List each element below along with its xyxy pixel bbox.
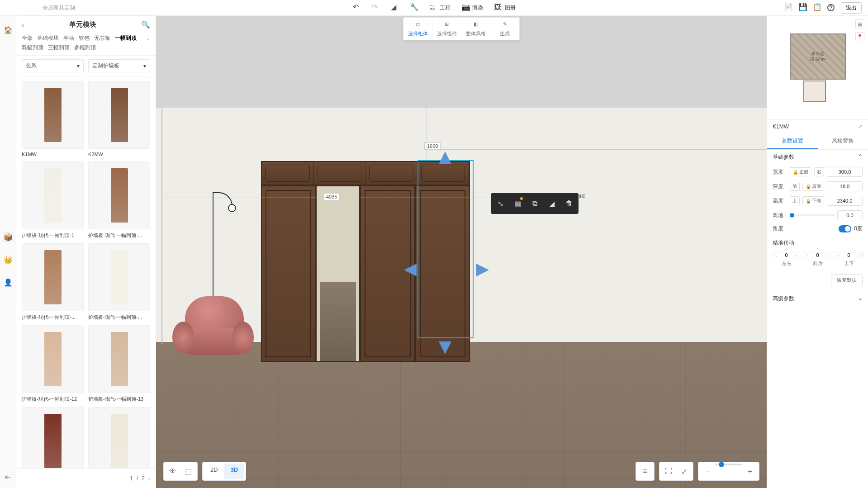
- width-lock-right[interactable]: 右: [814, 167, 824, 176]
- catalog-grid[interactable]: K1MWK2MW护墙板-现代-一幅到顶-1护墙板-现代-一幅到顶-...护墙板-…: [16, 76, 156, 468]
- minimap-layers-icon[interactable]: ▤: [855, 19, 864, 28]
- clipboard-icon[interactable]: 📋: [813, 4, 821, 12]
- project-button[interactable]: 🗂工程: [429, 4, 451, 12]
- type-dropdown[interactable]: 定制护墙板▾: [88, 59, 150, 72]
- catalog-item[interactable]: K2MW: [88, 81, 150, 157]
- properties: 基础参数⌃ 宽度 🔒左侧 右 深度 前 🔒后侧 高度 上 🔒下侧 离地 角度: [767, 150, 868, 488]
- undo-button[interactable]: ↶: [353, 4, 361, 12]
- cube-view-icon[interactable]: ⬚: [180, 464, 196, 479]
- height-lock-top[interactable]: 上: [790, 196, 800, 205]
- zoom-out-icon[interactable]: −: [700, 464, 715, 479]
- mode-button[interactable]: ◧整体风格: [461, 18, 490, 40]
- view-3d-button[interactable]: 3D: [224, 464, 245, 479]
- move-down-arrow[interactable]: [439, 341, 451, 354]
- minimap-room-b[interactable]: [803, 81, 826, 102]
- prop-width: 宽度 🔒左侧 右: [767, 165, 868, 179]
- filter-tag[interactable]: 基础模块: [37, 34, 59, 42]
- canvas-3d[interactable]: 1660 4035 4385 ▭选择柜体⊞选择组件◧整体风格✎生成 ⤡ ▦ ⧉ …: [156, 16, 767, 488]
- height-input[interactable]: [827, 196, 863, 206]
- catalog-item[interactable]: K1MW: [22, 81, 84, 157]
- minimap-room-a[interactable]: 未命名 29.54m²: [790, 33, 846, 80]
- restore-default-button[interactable]: 恢复默认: [831, 274, 863, 286]
- new-file-icon[interactable]: 📄: [784, 4, 792, 12]
- settings-icon[interactable]: ≡: [637, 464, 653, 479]
- filter-tag[interactable]: 无芯板: [94, 34, 110, 42]
- tab-params[interactable]: 参数设置: [767, 133, 818, 149]
- catalog-item[interactable]: 护墙板-现代-一幅到顶-...: [88, 243, 150, 321]
- filter-tag[interactable]: 多幅到顶: [74, 44, 96, 52]
- catalog-item[interactable]: 护墙板-现代-一幅到顶-13: [88, 325, 150, 403]
- rail-home-icon[interactable]: 🏠: [3, 25, 13, 35]
- mode-button[interactable]: ▭选择柜体: [403, 18, 432, 40]
- page-next-icon[interactable]: ›: [148, 475, 150, 482]
- angle-toggle[interactable]: [839, 225, 851, 232]
- move-right-arrow[interactable]: [476, 264, 489, 276]
- filter-tag[interactable]: 全部: [22, 34, 33, 42]
- ruler-icon[interactable]: ⛶: [661, 464, 676, 479]
- page-total: 2: [142, 475, 145, 482]
- filter-tag[interactable]: 软包: [79, 34, 90, 42]
- topbar-center-tools: ↶ ↷ ◢ 🔧 🗂工程 📷渲染 🖼图册: [353, 4, 516, 12]
- width-lock-left[interactable]: 🔒左侧: [790, 167, 811, 176]
- mode-bar: ▭选择柜体⊞选择组件◧整体风格✎生成: [403, 17, 520, 40]
- section-advanced[interactable]: 高级参数⌄: [767, 291, 868, 306]
- filter-tag[interactable]: 双幅到顶: [22, 44, 43, 52]
- move-left-arrow[interactable]: [404, 264, 417, 276]
- section-basic[interactable]: 基础参数⌃: [767, 150, 868, 165]
- catalog-item[interactable]: 护墙板-现代-一幅到顶-1: [22, 161, 84, 239]
- visibility-icon[interactable]: 👁: [165, 464, 180, 479]
- wrench-button[interactable]: 🔧: [410, 4, 418, 12]
- exit-button[interactable]: 退出: [841, 2, 862, 14]
- save-icon[interactable]: 💾: [798, 4, 806, 12]
- ctx-move-icon[interactable]: ⤡: [493, 196, 508, 211]
- tab-style[interactable]: 风格替换: [818, 133, 868, 149]
- ctx-copy-icon[interactable]: ⧉: [527, 196, 542, 211]
- rail-module-icon[interactable]: 📦: [3, 232, 13, 242]
- depth-lock-front[interactable]: 前: [790, 182, 800, 191]
- top-bar: 全屋家具定制 ↶ ↷ ◢ 🔧 🗂工程 📷渲染 🖼图册 📄 💾 📋 ? 退出: [0, 0, 868, 16]
- height-lock-bottom[interactable]: 🔒下侧: [802, 196, 824, 205]
- catalog-item-label: 护墙板-现代-一幅到顶-12: [22, 393, 84, 403]
- depth-input[interactable]: [827, 181, 863, 191]
- help-icon[interactable]: ?: [827, 4, 835, 11]
- zoom-slider[interactable]: [715, 464, 742, 465]
- width-input[interactable]: [827, 167, 863, 177]
- rail-collapse-icon[interactable]: ⇤: [3, 472, 13, 482]
- album-button[interactable]: 🖼图册: [494, 4, 516, 12]
- filter-tag[interactable]: 半墙: [63, 34, 74, 42]
- move-z-stepper[interactable]: ‹0›: [835, 252, 863, 258]
- move-x-stepper[interactable]: ‹0›: [773, 252, 800, 258]
- eraser-button[interactable]: ◢: [391, 4, 399, 12]
- ground-input[interactable]: [837, 210, 863, 220]
- minimap[interactable]: 未命名 29.54m² ▤ 📍: [767, 16, 868, 120]
- redo-button[interactable]: ↷: [372, 4, 380, 12]
- render-button[interactable]: 📷渲染: [461, 4, 483, 12]
- filter-tag[interactable]: 三幅到顶: [48, 44, 70, 52]
- expand-icon[interactable]: ⤢: [858, 123, 863, 130]
- rail-user-icon[interactable]: 👤: [3, 277, 13, 287]
- zoom-in-icon[interactable]: ＋: [742, 464, 758, 479]
- catalog-item[interactable]: 护墙板-现代-一幅到顶-...: [22, 243, 84, 321]
- chevron-down-icon[interactable]: ⌄: [146, 35, 150, 42]
- catalog-item[interactable]: 护墙板-现代-一幅到顶-...: [88, 161, 150, 239]
- selection-tabs: 参数设置 风格替换: [767, 133, 868, 150]
- search-icon[interactable]: 🔍: [141, 20, 150, 29]
- rail-crown-icon[interactable]: 👑: [3, 255, 13, 265]
- color-dropdown[interactable]: 色系▾: [22, 59, 84, 72]
- move-up-arrow[interactable]: [439, 152, 451, 164]
- view-2d-button[interactable]: 2D: [204, 464, 224, 479]
- catalog-item[interactable]: [88, 407, 150, 468]
- catalog-item-label: K2MW: [88, 149, 150, 157]
- mode-button[interactable]: ⊞选择组件: [432, 18, 461, 40]
- ctx-delete-icon[interactable]: 🗑: [561, 196, 577, 211]
- depth-lock-back[interactable]: 🔒后侧: [802, 182, 824, 191]
- fullscreen-icon[interactable]: ⤢: [676, 464, 692, 479]
- move-y-stepper[interactable]: ‹0›: [804, 252, 831, 258]
- catalog-item[interactable]: [22, 407, 84, 468]
- filter-tag[interactable]: 一幅到顶: [115, 34, 137, 42]
- ctx-material-icon[interactable]: ◢: [544, 196, 560, 211]
- minimap-pin-icon[interactable]: 📍: [855, 32, 864, 41]
- mode-button[interactable]: ✎生成: [490, 18, 519, 40]
- catalog-item[interactable]: 护墙板-现代-一幅到顶-12: [22, 325, 84, 403]
- ctx-snap-icon[interactable]: ▦: [510, 196, 525, 211]
